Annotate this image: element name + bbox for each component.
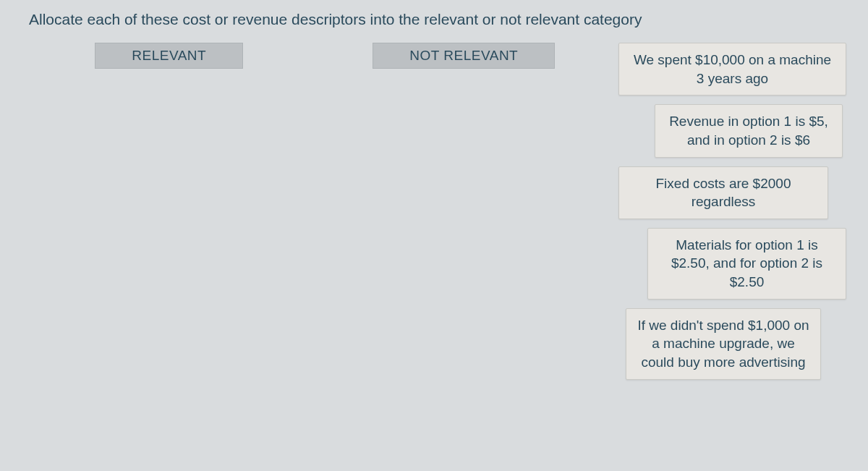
cost-item[interactable]: Materials for option 1 is $2.50, and for…	[647, 228, 846, 300]
cost-item[interactable]: Revenue in option 1 is $5, and in option…	[655, 104, 843, 157]
drop-zones: RELEVANT NOT RELEVANT	[22, 43, 611, 380]
draggable-items-panel: We spent $10,000 on a machine 3 years ag…	[618, 43, 846, 380]
not-relevant-header: NOT RELEVANT	[373, 43, 555, 69]
main-area: RELEVANT NOT RELEVANT We spent $10,000 o…	[22, 43, 846, 380]
cost-item[interactable]: We spent $10,000 on a machine 3 years ag…	[618, 43, 846, 96]
question-prompt: Allocate each of these cost or revenue d…	[22, 11, 846, 28]
cost-item[interactable]: If we didn't spend $1,000 on a machine u…	[626, 308, 821, 380]
relevant-header: RELEVANT	[95, 43, 243, 69]
not-relevant-column[interactable]: NOT RELEVANT	[317, 43, 612, 380]
cost-item[interactable]: Fixed costs are $2000 regardless	[618, 166, 828, 219]
relevant-column[interactable]: RELEVANT	[22, 43, 317, 380]
exercise-container: Allocate each of these cost or revenue d…	[0, 0, 868, 391]
